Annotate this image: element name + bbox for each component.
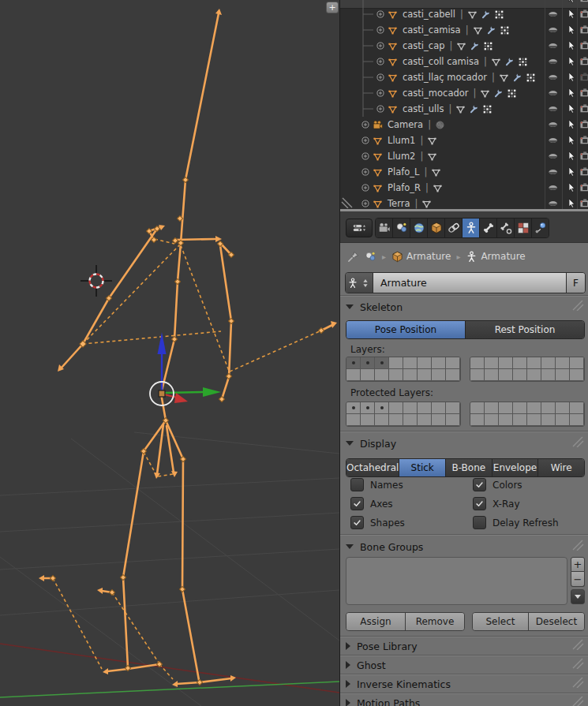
layer-cell[interactable] xyxy=(346,414,361,426)
expand-icon[interactable] xyxy=(376,9,385,19)
specials-menu-button[interactable] xyxy=(571,589,585,604)
visibility-eye-icon[interactable] xyxy=(548,198,559,209)
outliner-row[interactable]: casti_ulls | xyxy=(340,101,588,117)
layer-cell[interactable] xyxy=(418,402,432,414)
panel-header-motion-paths[interactable]: Motion Paths xyxy=(346,695,420,706)
layer-cell[interactable] xyxy=(432,414,446,426)
layer-cell[interactable] xyxy=(556,414,570,426)
renderability-camera-icon[interactable] xyxy=(579,72,588,83)
outliner-row[interactable]: casti_coll camisa | xyxy=(340,54,588,69)
mode-stick-button[interactable]: Stick xyxy=(399,459,446,476)
tab-constraints[interactable] xyxy=(445,219,463,237)
expand-icon[interactable] xyxy=(376,25,385,35)
tab-render[interactable] xyxy=(376,219,393,237)
selectability-cursor-icon[interactable] xyxy=(566,24,577,35)
expand-icon[interactable] xyxy=(361,120,370,129)
layer-cell[interactable] xyxy=(541,402,556,414)
visibility-eye-icon[interactable] xyxy=(548,119,559,130)
layer-cell[interactable] xyxy=(446,414,460,426)
layer-cell[interactable] xyxy=(499,402,513,414)
outliner-row[interactable]: casti_camisa | xyxy=(340,22,588,38)
tab-scene[interactable] xyxy=(393,219,410,237)
tab-object-data[interactable] xyxy=(463,219,480,237)
layer-cell[interactable] xyxy=(361,357,375,369)
panel-header-display[interactable]: Display xyxy=(346,435,396,451)
layer-cell[interactable] xyxy=(432,357,446,369)
tab-world[interactable] xyxy=(410,219,428,237)
layer-cell[interactable] xyxy=(470,357,485,369)
checkbox-names[interactable]: Names xyxy=(350,478,403,491)
outliner-row[interactable]: Llum2 | xyxy=(340,148,588,164)
tab-texture[interactable] xyxy=(515,219,532,237)
renderability-camera-icon[interactable] xyxy=(579,56,588,67)
remove-group-button[interactable]: − xyxy=(571,572,585,587)
tab-physics[interactable] xyxy=(532,219,549,237)
selectability-cursor-icon[interactable] xyxy=(566,198,577,209)
panel-header-inverse-kinematics[interactable]: Inverse Kinematics xyxy=(346,676,451,692)
renderability-camera-icon[interactable] xyxy=(579,40,588,51)
selectability-cursor-icon[interactable] xyxy=(566,119,577,130)
layer-cell[interactable] xyxy=(375,402,389,414)
layer-cell[interactable] xyxy=(570,369,584,381)
tab-object[interactable] xyxy=(428,219,445,237)
expand-icon[interactable] xyxy=(361,199,370,208)
selectability-cursor-icon[interactable] xyxy=(566,151,577,162)
layer-cell[interactable] xyxy=(432,369,446,381)
object-name[interactable]: Terra xyxy=(388,198,410,209)
layer-cell[interactable] xyxy=(485,369,499,381)
object-name[interactable]: casti_llaç mocador xyxy=(403,72,487,83)
renderability-camera-icon[interactable] xyxy=(579,182,588,193)
selectability-cursor-icon[interactable] xyxy=(566,166,577,177)
panel-drag-grip-icon[interactable] xyxy=(567,435,584,447)
expand-icon[interactable] xyxy=(376,73,385,82)
outliner-row[interactable]: Plafo_L | xyxy=(340,164,588,180)
editor-type-selector[interactable] xyxy=(346,219,373,237)
remove-button[interactable]: Remove xyxy=(406,613,464,630)
object-name[interactable]: Plafo_L xyxy=(388,166,419,177)
layer-cell[interactable] xyxy=(485,357,499,369)
deselect-button[interactable]: Deselect xyxy=(529,613,584,630)
visibility-eye-icon[interactable] xyxy=(548,166,559,177)
checkbox-colors[interactable]: Colors xyxy=(473,478,522,491)
selectability-cursor-icon[interactable] xyxy=(566,9,577,20)
visibility-eye-icon[interactable] xyxy=(548,9,559,20)
renderability-camera-icon[interactable] xyxy=(579,151,588,162)
resize-grip-icon[interactable] xyxy=(341,196,358,208)
visibility-eye-icon[interactable] xyxy=(548,103,559,114)
tab-bone[interactable] xyxy=(480,219,497,237)
outliner-row[interactable]: Plafo_R | xyxy=(340,180,588,196)
layer-cell[interactable] xyxy=(570,414,584,426)
object-name[interactable]: casti_camisa xyxy=(403,24,461,35)
mode-envelope-button[interactable]: Envelope xyxy=(492,459,539,476)
checkbox-shapes[interactable]: Shapes xyxy=(350,516,405,529)
visibility-eye-icon[interactable] xyxy=(548,151,559,162)
object-name[interactable]: casti_coll camisa xyxy=(403,56,479,67)
layer-cell[interactable] xyxy=(389,369,403,381)
visibility-eye-icon[interactable] xyxy=(548,72,559,83)
expand-icon[interactable] xyxy=(376,88,385,98)
renderability-camera-icon[interactable] xyxy=(579,9,588,20)
outliner-row[interactable]: Llum1 | xyxy=(340,133,588,148)
layer-cell[interactable] xyxy=(499,369,513,381)
outliner-row[interactable]: Camera | xyxy=(340,117,588,133)
object-name[interactable]: Llum1 xyxy=(388,135,415,146)
breadcrumb-data[interactable]: Armature xyxy=(481,251,525,262)
tab-bone-constraints[interactable] xyxy=(497,219,515,237)
region-expand-button[interactable]: + xyxy=(326,2,339,13)
armature-solid-bones[interactable] xyxy=(43,13,332,684)
layer-cell[interactable] xyxy=(513,402,527,414)
3d-viewport[interactable]: + xyxy=(0,0,339,706)
pin-icon[interactable] xyxy=(347,251,359,263)
datablock-name-input[interactable]: Armature xyxy=(373,273,566,293)
transform-gizmo[interactable] xyxy=(150,332,221,405)
layer-cell[interactable] xyxy=(570,402,584,414)
outliner-row[interactable]: Terra | xyxy=(340,196,588,209)
panel-drag-grip-icon[interactable] xyxy=(567,676,584,688)
layer-cell[interactable] xyxy=(446,402,460,414)
selectability-cursor-icon[interactable] xyxy=(566,88,577,99)
bone-joints[interactable] xyxy=(50,177,324,685)
layer-cell[interactable] xyxy=(403,414,418,426)
layer-cell[interactable] xyxy=(527,357,541,369)
layer-cell[interactable] xyxy=(527,402,541,414)
panel-drag-grip-icon[interactable] xyxy=(567,695,584,706)
